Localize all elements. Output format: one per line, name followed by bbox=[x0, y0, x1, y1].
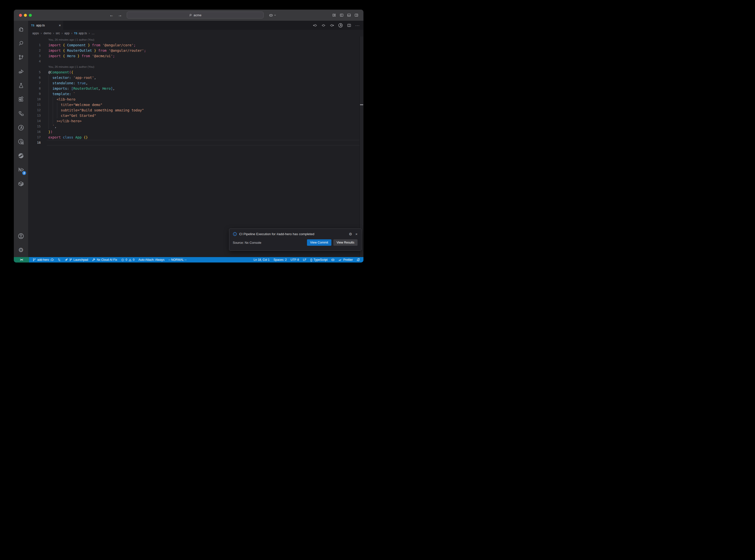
extensions-icon[interactable] bbox=[14, 93, 28, 106]
line-number: 1 bbox=[28, 42, 41, 48]
testing-icon[interactable] bbox=[14, 78, 28, 93]
go-back-commit-icon[interactable] bbox=[313, 23, 317, 27]
line-number: 14 bbox=[28, 118, 41, 124]
source-control-icon[interactable] bbox=[14, 50, 28, 64]
code-line[interactable]: 1import { Component } from '@angular/cor… bbox=[28, 42, 363, 48]
branch-status-item[interactable]: add-hero bbox=[31, 257, 56, 262]
copilot-status-item[interactable] bbox=[330, 257, 336, 262]
vim-mode-item[interactable]: -- NORMAL -- bbox=[166, 257, 188, 262]
auto-attach-item[interactable]: Auto Attach: Always bbox=[137, 257, 166, 262]
encoding-item[interactable]: UTF-8 bbox=[289, 257, 301, 262]
commit-graph-icon[interactable] bbox=[338, 23, 343, 28]
nx-console-icon[interactable]: 2 bbox=[14, 163, 28, 177]
blame-text: You, 26 minutes ago | 1 author (You) bbox=[48, 37, 358, 42]
code-line[interactable]: 3import { Hero } from '@acme/ui'; bbox=[28, 53, 363, 59]
code-line[interactable]: 4 bbox=[28, 59, 363, 64]
split-editor-icon[interactable] bbox=[347, 23, 351, 27]
blame-annotation: You, 26 minutes ago | 1 author (You) bbox=[28, 64, 363, 69]
eol-item[interactable]: LF bbox=[301, 257, 309, 262]
console-ninja-icon[interactable] bbox=[14, 148, 28, 163]
maximize-window-button[interactable] bbox=[29, 14, 32, 17]
hierarchy-icon[interactable] bbox=[14, 106, 28, 121]
breadcrumb-demo[interactable]: demo bbox=[43, 32, 51, 35]
braces-icon: {} bbox=[311, 258, 312, 261]
account-icon[interactable] bbox=[14, 229, 28, 243]
explorer-icon[interactable] bbox=[14, 22, 28, 36]
remote-indicator[interactable]: >< bbox=[14, 257, 29, 262]
code-line[interactable]: 7 standalone: true, bbox=[28, 80, 363, 86]
run-debug-icon[interactable] bbox=[14, 64, 28, 78]
code-line[interactable]: 2import { RouterOutlet } from '@angular/… bbox=[28, 48, 363, 53]
code-line[interactable]: 17export class App {} bbox=[28, 135, 363, 140]
code-line[interactable]: 10 <lib-hero bbox=[28, 97, 363, 102]
code-line[interactable]: 15 `, bbox=[28, 124, 363, 129]
gitlens-inspect-icon[interactable] bbox=[14, 135, 28, 148]
cloud-upload-icon bbox=[50, 258, 54, 262]
breadcrumb-app[interactable]: app bbox=[64, 32, 69, 35]
prettier-status-item[interactable]: Prettier bbox=[336, 257, 355, 262]
launchpad-status-item[interactable]: Launchpad bbox=[62, 257, 90, 262]
copilot-icon bbox=[331, 258, 335, 262]
current-commit-icon[interactable] bbox=[321, 23, 326, 27]
breadcrumb-apps[interactable]: apps bbox=[32, 32, 39, 35]
toggle-panel-icon[interactable] bbox=[347, 13, 351, 17]
chevron-down-icon[interactable] bbox=[274, 14, 276, 17]
forward-arrow-icon[interactable]: → bbox=[118, 13, 122, 17]
code-line[interactable]: 6 selector: 'app-root', bbox=[28, 75, 363, 80]
breadcrumb-symbol-ellipsis[interactable]: … bbox=[92, 32, 95, 35]
code-line[interactable]: 9 template: ` bbox=[28, 91, 363, 97]
breadcrumb: apps› demo› src› app› TSapp.ts› … bbox=[28, 30, 363, 37]
problems-status-item[interactable]: 0 0 bbox=[119, 257, 136, 262]
notification-close-icon[interactable]: × bbox=[355, 232, 358, 236]
code-line[interactable]: 18 bbox=[28, 140, 363, 145]
breadcrumb-file[interactable]: TSapp.ts bbox=[74, 32, 87, 35]
close-tab-icon[interactable]: × bbox=[59, 23, 61, 27]
nx-cloud-fix-item[interactable]: Nx Cloud AI Fix bbox=[90, 257, 119, 262]
tab-app-ts[interactable]: TS app.ts × bbox=[28, 21, 63, 30]
minimize-window-button[interactable] bbox=[24, 14, 27, 17]
copilot-icon[interactable] bbox=[269, 13, 273, 18]
language-mode-item[interactable]: {}TypeScript bbox=[309, 257, 330, 262]
vscode-window: ← → acme bbox=[14, 9, 363, 262]
code-line[interactable]: 12 subtitle="Build something amazing tod… bbox=[28, 107, 363, 113]
line-number: 8 bbox=[28, 86, 41, 91]
notification-settings-icon[interactable]: ⚙ bbox=[349, 232, 352, 236]
line-number: 3 bbox=[28, 53, 41, 59]
gitlens-icon[interactable] bbox=[14, 121, 28, 135]
cursor-position-item[interactable]: Ln 18, Col 1 bbox=[252, 257, 272, 262]
tab-bar: TS app.ts × ··· bbox=[28, 21, 363, 30]
back-arrow-icon[interactable]: ← bbox=[110, 13, 114, 17]
line-number: 16 bbox=[28, 129, 41, 135]
nx-badge: 2 bbox=[22, 171, 26, 175]
compare-status-item[interactable] bbox=[56, 257, 62, 262]
indentation-item[interactable]: Spaces: 2 bbox=[272, 257, 289, 262]
toggle-primary-sidebar-icon[interactable] bbox=[339, 13, 344, 17]
code-text: }) bbox=[48, 129, 358, 135]
editor-scrollbar[interactable] bbox=[359, 37, 363, 257]
code-line[interactable]: 11 title="Welcmoe demo" bbox=[28, 102, 363, 107]
view-results-button[interactable]: View Results bbox=[333, 239, 358, 246]
customize-layout-icon[interactable] bbox=[332, 13, 336, 17]
code-line[interactable]: 13 cta="Get Started" bbox=[28, 113, 363, 118]
container-icon[interactable] bbox=[14, 177, 28, 191]
code-text: imports: [RouterOutlet, Hero], bbox=[48, 86, 358, 91]
rocket-icon bbox=[64, 258, 68, 262]
info-icon bbox=[233, 232, 237, 236]
toggle-secondary-sidebar-icon[interactable] bbox=[354, 13, 358, 17]
view-commit-button[interactable]: View Commit bbox=[307, 239, 331, 246]
code-line[interactable]: 16}) bbox=[28, 129, 363, 135]
close-window-button[interactable] bbox=[19, 14, 22, 17]
notifications-bell-item[interactable] bbox=[355, 257, 361, 262]
code-line[interactable]: 14 ></lib-hero> bbox=[28, 118, 363, 124]
line-number: 10 bbox=[28, 97, 41, 102]
breadcrumb-src[interactable]: src bbox=[56, 32, 60, 35]
more-actions-icon[interactable]: ··· bbox=[355, 23, 360, 27]
go-forward-commit-icon[interactable] bbox=[330, 23, 334, 27]
code-text: import { Hero } from '@acme/ui'; bbox=[48, 53, 358, 59]
code-line[interactable]: 5@Component({ bbox=[28, 69, 363, 75]
code-editor[interactable]: You, 26 minutes ago | 1 author (You)1imp… bbox=[28, 37, 363, 257]
code-line[interactable]: 8 imports: [RouterOutlet, Hero], bbox=[28, 86, 363, 91]
settings-gear-icon[interactable]: ⚙ bbox=[14, 243, 28, 257]
command-center-search[interactable]: acme bbox=[127, 12, 263, 19]
search-sidebar-icon[interactable] bbox=[14, 36, 28, 50]
